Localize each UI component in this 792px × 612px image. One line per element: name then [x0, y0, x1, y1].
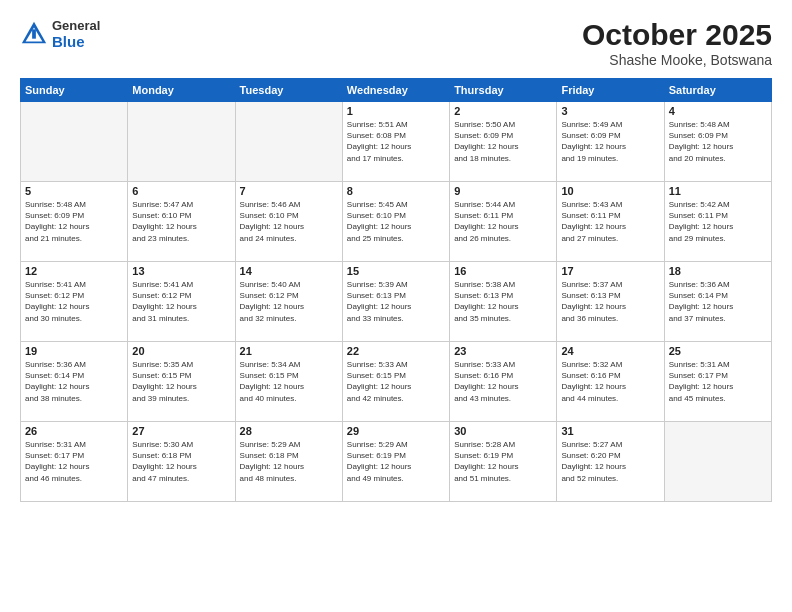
calendar-cell: 10Sunrise: 5:43 AM Sunset: 6:11 PM Dayli… [557, 182, 664, 262]
day-info: Sunrise: 5:36 AM Sunset: 6:14 PM Dayligh… [669, 279, 767, 324]
col-saturday: Saturday [664, 79, 771, 102]
day-number: 26 [25, 425, 123, 437]
day-number: 8 [347, 185, 445, 197]
calendar-cell: 14Sunrise: 5:40 AM Sunset: 6:12 PM Dayli… [235, 262, 342, 342]
day-info: Sunrise: 5:40 AM Sunset: 6:12 PM Dayligh… [240, 279, 338, 324]
day-info: Sunrise: 5:28 AM Sunset: 6:19 PM Dayligh… [454, 439, 552, 484]
day-info: Sunrise: 5:46 AM Sunset: 6:10 PM Dayligh… [240, 199, 338, 244]
calendar-cell: 21Sunrise: 5:34 AM Sunset: 6:15 PM Dayli… [235, 342, 342, 422]
day-info: Sunrise: 5:43 AM Sunset: 6:11 PM Dayligh… [561, 199, 659, 244]
day-number: 16 [454, 265, 552, 277]
col-thursday: Thursday [450, 79, 557, 102]
calendar-cell: 19Sunrise: 5:36 AM Sunset: 6:14 PM Dayli… [21, 342, 128, 422]
day-info: Sunrise: 5:34 AM Sunset: 6:15 PM Dayligh… [240, 359, 338, 404]
day-number: 30 [454, 425, 552, 437]
calendar-week-row: 19Sunrise: 5:36 AM Sunset: 6:14 PM Dayli… [21, 342, 772, 422]
day-info: Sunrise: 5:35 AM Sunset: 6:15 PM Dayligh… [132, 359, 230, 404]
calendar-cell: 22Sunrise: 5:33 AM Sunset: 6:15 PM Dayli… [342, 342, 449, 422]
calendar-cell: 6Sunrise: 5:47 AM Sunset: 6:10 PM Daylig… [128, 182, 235, 262]
day-number: 7 [240, 185, 338, 197]
calendar-cell [128, 102, 235, 182]
calendar-cell: 18Sunrise: 5:36 AM Sunset: 6:14 PM Dayli… [664, 262, 771, 342]
day-info: Sunrise: 5:32 AM Sunset: 6:16 PM Dayligh… [561, 359, 659, 404]
calendar-cell: 11Sunrise: 5:42 AM Sunset: 6:11 PM Dayli… [664, 182, 771, 262]
col-friday: Friday [557, 79, 664, 102]
calendar-cell: 25Sunrise: 5:31 AM Sunset: 6:17 PM Dayli… [664, 342, 771, 422]
day-info: Sunrise: 5:51 AM Sunset: 6:08 PM Dayligh… [347, 119, 445, 164]
day-info: Sunrise: 5:27 AM Sunset: 6:20 PM Dayligh… [561, 439, 659, 484]
calendar-cell: 24Sunrise: 5:32 AM Sunset: 6:16 PM Dayli… [557, 342, 664, 422]
day-info: Sunrise: 5:42 AM Sunset: 6:11 PM Dayligh… [669, 199, 767, 244]
calendar-cell: 29Sunrise: 5:29 AM Sunset: 6:19 PM Dayli… [342, 422, 449, 502]
calendar-cell: 12Sunrise: 5:41 AM Sunset: 6:12 PM Dayli… [21, 262, 128, 342]
day-number: 27 [132, 425, 230, 437]
calendar-week-row: 5Sunrise: 5:48 AM Sunset: 6:09 PM Daylig… [21, 182, 772, 262]
page: General Blue October 2025 Shashe Mooke, … [0, 0, 792, 612]
calendar-cell: 26Sunrise: 5:31 AM Sunset: 6:17 PM Dayli… [21, 422, 128, 502]
calendar-cell: 13Sunrise: 5:41 AM Sunset: 6:12 PM Dayli… [128, 262, 235, 342]
day-number: 22 [347, 345, 445, 357]
calendar-cell: 5Sunrise: 5:48 AM Sunset: 6:09 PM Daylig… [21, 182, 128, 262]
col-monday: Monday [128, 79, 235, 102]
day-number: 13 [132, 265, 230, 277]
day-info: Sunrise: 5:48 AM Sunset: 6:09 PM Dayligh… [25, 199, 123, 244]
logo-general-text: General [52, 18, 100, 33]
day-number: 9 [454, 185, 552, 197]
day-number: 21 [240, 345, 338, 357]
day-number: 19 [25, 345, 123, 357]
day-info: Sunrise: 5:31 AM Sunset: 6:17 PM Dayligh… [25, 439, 123, 484]
header: General Blue October 2025 Shashe Mooke, … [20, 18, 772, 68]
day-number: 23 [454, 345, 552, 357]
calendar-cell: 27Sunrise: 5:30 AM Sunset: 6:18 PM Dayli… [128, 422, 235, 502]
calendar-cell [21, 102, 128, 182]
col-tuesday: Tuesday [235, 79, 342, 102]
day-info: Sunrise: 5:50 AM Sunset: 6:09 PM Dayligh… [454, 119, 552, 164]
day-info: Sunrise: 5:47 AM Sunset: 6:10 PM Dayligh… [132, 199, 230, 244]
day-info: Sunrise: 5:45 AM Sunset: 6:10 PM Dayligh… [347, 199, 445, 244]
calendar-week-row: 1Sunrise: 5:51 AM Sunset: 6:08 PM Daylig… [21, 102, 772, 182]
day-number: 14 [240, 265, 338, 277]
calendar: Sunday Monday Tuesday Wednesday Thursday… [20, 78, 772, 502]
calendar-cell: 31Sunrise: 5:27 AM Sunset: 6:20 PM Dayli… [557, 422, 664, 502]
calendar-cell: 28Sunrise: 5:29 AM Sunset: 6:18 PM Dayli… [235, 422, 342, 502]
month-title: October 2025 [582, 18, 772, 52]
day-info: Sunrise: 5:30 AM Sunset: 6:18 PM Dayligh… [132, 439, 230, 484]
logo-area: General Blue [20, 18, 100, 50]
day-number: 15 [347, 265, 445, 277]
day-number: 3 [561, 105, 659, 117]
calendar-cell [664, 422, 771, 502]
day-info: Sunrise: 5:36 AM Sunset: 6:14 PM Dayligh… [25, 359, 123, 404]
day-number: 4 [669, 105, 767, 117]
calendar-cell: 9Sunrise: 5:44 AM Sunset: 6:11 PM Daylig… [450, 182, 557, 262]
calendar-cell: 15Sunrise: 5:39 AM Sunset: 6:13 PM Dayli… [342, 262, 449, 342]
day-number: 11 [669, 185, 767, 197]
day-number: 20 [132, 345, 230, 357]
day-info: Sunrise: 5:39 AM Sunset: 6:13 PM Dayligh… [347, 279, 445, 324]
calendar-cell: 16Sunrise: 5:38 AM Sunset: 6:13 PM Dayli… [450, 262, 557, 342]
logo-blue-text: Blue [52, 33, 100, 50]
col-sunday: Sunday [21, 79, 128, 102]
day-number: 2 [454, 105, 552, 117]
day-info: Sunrise: 5:38 AM Sunset: 6:13 PM Dayligh… [454, 279, 552, 324]
calendar-cell [235, 102, 342, 182]
day-info: Sunrise: 5:48 AM Sunset: 6:09 PM Dayligh… [669, 119, 767, 164]
day-info: Sunrise: 5:49 AM Sunset: 6:09 PM Dayligh… [561, 119, 659, 164]
day-info: Sunrise: 5:31 AM Sunset: 6:17 PM Dayligh… [669, 359, 767, 404]
day-number: 12 [25, 265, 123, 277]
calendar-week-row: 26Sunrise: 5:31 AM Sunset: 6:17 PM Dayli… [21, 422, 772, 502]
day-number: 1 [347, 105, 445, 117]
calendar-cell: 2Sunrise: 5:50 AM Sunset: 6:09 PM Daylig… [450, 102, 557, 182]
day-number: 24 [561, 345, 659, 357]
day-number: 25 [669, 345, 767, 357]
calendar-cell: 1Sunrise: 5:51 AM Sunset: 6:08 PM Daylig… [342, 102, 449, 182]
day-number: 28 [240, 425, 338, 437]
calendar-cell: 30Sunrise: 5:28 AM Sunset: 6:19 PM Dayli… [450, 422, 557, 502]
day-info: Sunrise: 5:37 AM Sunset: 6:13 PM Dayligh… [561, 279, 659, 324]
day-number: 17 [561, 265, 659, 277]
day-info: Sunrise: 5:29 AM Sunset: 6:18 PM Dayligh… [240, 439, 338, 484]
day-number: 18 [669, 265, 767, 277]
day-number: 6 [132, 185, 230, 197]
calendar-cell: 7Sunrise: 5:46 AM Sunset: 6:10 PM Daylig… [235, 182, 342, 262]
day-info: Sunrise: 5:29 AM Sunset: 6:19 PM Dayligh… [347, 439, 445, 484]
calendar-header-row: Sunday Monday Tuesday Wednesday Thursday… [21, 79, 772, 102]
